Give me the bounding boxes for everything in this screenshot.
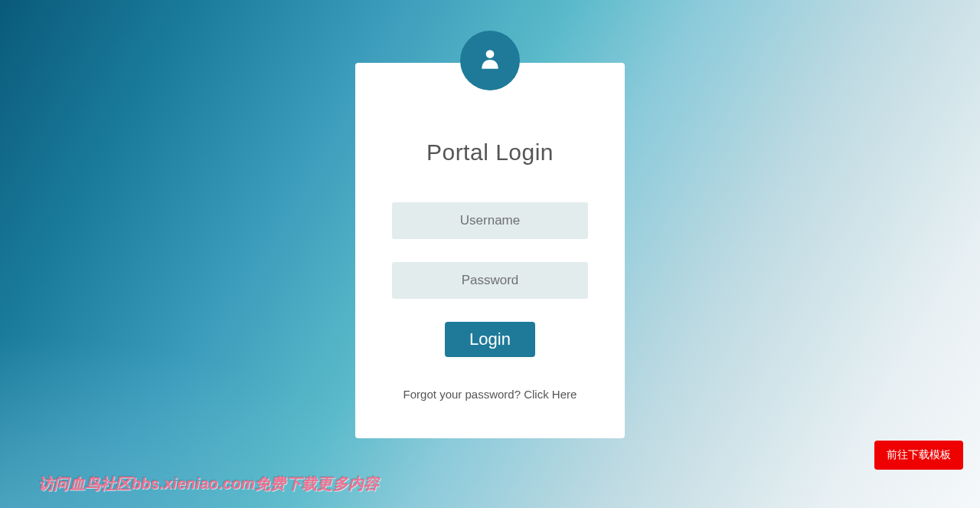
password-input[interactable] bbox=[392, 262, 588, 299]
svg-point-0 bbox=[486, 50, 495, 58]
username-row bbox=[374, 202, 606, 239]
page-wrapper: Portal Login Login Forgot your password?… bbox=[0, 0, 980, 508]
login-card: Portal Login Login Forgot your password?… bbox=[355, 63, 625, 438]
password-row bbox=[374, 262, 606, 299]
forgot-password-link[interactable]: Forgot your password? Click Here bbox=[403, 388, 577, 401]
login-button[interactable]: Login bbox=[445, 322, 535, 357]
username-input[interactable] bbox=[392, 202, 588, 239]
avatar-circle bbox=[460, 31, 520, 90]
download-template-button[interactable]: 前往下载模板 bbox=[874, 441, 963, 470]
page-title: Portal Login bbox=[374, 139, 606, 166]
user-icon bbox=[480, 48, 500, 74]
